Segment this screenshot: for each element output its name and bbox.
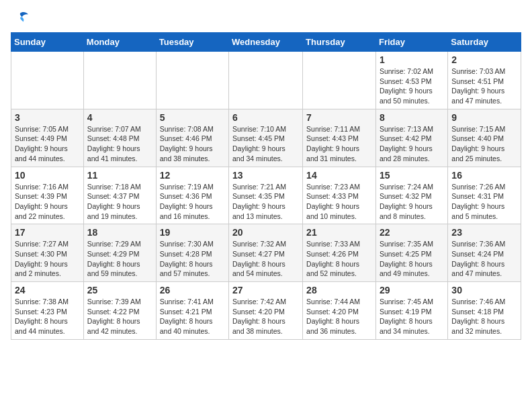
calendar-cell: 10Sunrise: 7:16 AM Sunset: 4:39 PM Dayli… bbox=[11, 167, 84, 224]
day-number: 15 bbox=[380, 170, 444, 181]
calendar-cell bbox=[11, 52, 84, 109]
day-info: Sunrise: 7:07 AM Sunset: 4:48 PM Dayligh… bbox=[87, 124, 152, 164]
day-info: Sunrise: 7:03 AM Sunset: 4:51 PM Dayligh… bbox=[451, 66, 517, 106]
day-number: 16 bbox=[451, 170, 517, 181]
calendar-week-row: 10Sunrise: 7:16 AM Sunset: 4:39 PM Dayli… bbox=[11, 167, 521, 224]
day-number: 8 bbox=[380, 112, 444, 123]
calendar-week-row: 24Sunrise: 7:38 AM Sunset: 4:23 PM Dayli… bbox=[11, 282, 521, 340]
calendar-cell: 29Sunrise: 7:45 AM Sunset: 4:19 PM Dayli… bbox=[375, 282, 447, 340]
header bbox=[11, 11, 521, 26]
calendar-cell: 19Sunrise: 7:30 AM Sunset: 4:28 PM Dayli… bbox=[156, 224, 228, 282]
day-info: Sunrise: 7:02 AM Sunset: 4:53 PM Dayligh… bbox=[380, 66, 444, 106]
calendar-week-row: 1Sunrise: 7:02 AM Sunset: 4:53 PM Daylig… bbox=[11, 52, 521, 109]
day-number: 11 bbox=[87, 170, 152, 181]
day-number: 28 bbox=[306, 285, 372, 295]
day-info: Sunrise: 7:23 AM Sunset: 4:33 PM Dayligh… bbox=[306, 182, 372, 222]
weekday-header: Saturday bbox=[448, 33, 521, 52]
day-number: 10 bbox=[15, 170, 80, 181]
day-number: 19 bbox=[160, 227, 225, 238]
calendar-cell: 1Sunrise: 7:02 AM Sunset: 4:53 PM Daylig… bbox=[375, 52, 447, 109]
day-number: 6 bbox=[232, 112, 299, 123]
day-info: Sunrise: 7:27 AM Sunset: 4:30 PM Dayligh… bbox=[15, 239, 80, 279]
day-number: 18 bbox=[87, 227, 152, 238]
weekday-header: Monday bbox=[83, 33, 156, 52]
weekday-header: Sunday bbox=[11, 33, 84, 52]
day-number: 14 bbox=[306, 170, 372, 181]
calendar-cell: 11Sunrise: 7:18 AM Sunset: 4:37 PM Dayli… bbox=[83, 167, 156, 224]
day-number: 27 bbox=[232, 285, 299, 295]
calendar-week-row: 3Sunrise: 7:05 AM Sunset: 4:49 PM Daylig… bbox=[11, 109, 521, 167]
calendar-cell: 14Sunrise: 7:23 AM Sunset: 4:33 PM Dayli… bbox=[303, 167, 376, 224]
calendar-cell: 5Sunrise: 7:08 AM Sunset: 4:46 PM Daylig… bbox=[156, 109, 228, 167]
day-info: Sunrise: 7:30 AM Sunset: 4:28 PM Dayligh… bbox=[160, 239, 225, 279]
day-number: 26 bbox=[160, 285, 225, 295]
day-number: 3 bbox=[15, 112, 80, 123]
day-info: Sunrise: 7:36 AM Sunset: 4:24 PM Dayligh… bbox=[451, 239, 517, 279]
day-info: Sunrise: 7:10 AM Sunset: 4:45 PM Dayligh… bbox=[232, 124, 299, 164]
calendar-cell: 30Sunrise: 7:46 AM Sunset: 4:18 PM Dayli… bbox=[448, 282, 521, 340]
weekday-header: Friday bbox=[375, 33, 447, 52]
day-number: 22 bbox=[380, 227, 444, 238]
day-info: Sunrise: 7:15 AM Sunset: 4:40 PM Dayligh… bbox=[451, 124, 517, 164]
calendar-cell: 17Sunrise: 7:27 AM Sunset: 4:30 PM Dayli… bbox=[11, 224, 84, 282]
calendar-cell: 13Sunrise: 7:21 AM Sunset: 4:35 PM Dayli… bbox=[229, 167, 303, 224]
day-info: Sunrise: 7:05 AM Sunset: 4:49 PM Dayligh… bbox=[15, 124, 80, 164]
day-info: Sunrise: 7:41 AM Sunset: 4:21 PM Dayligh… bbox=[160, 297, 225, 336]
calendar-cell: 25Sunrise: 7:39 AM Sunset: 4:22 PM Dayli… bbox=[83, 282, 156, 340]
day-number: 2 bbox=[451, 54, 517, 65]
day-number: 17 bbox=[15, 227, 80, 238]
day-number: 13 bbox=[232, 170, 299, 181]
day-info: Sunrise: 7:29 AM Sunset: 4:29 PM Dayligh… bbox=[87, 239, 152, 279]
calendar-cell: 12Sunrise: 7:19 AM Sunset: 4:36 PM Dayli… bbox=[156, 167, 228, 224]
calendar-cell bbox=[229, 52, 303, 109]
calendar-table: SundayMondayTuesdayWednesdayThursdayFrid… bbox=[11, 32, 521, 340]
logo bbox=[11, 11, 34, 26]
day-number: 21 bbox=[306, 227, 372, 238]
day-info: Sunrise: 7:46 AM Sunset: 4:18 PM Dayligh… bbox=[451, 297, 517, 336]
day-number: 9 bbox=[451, 112, 517, 123]
day-number: 25 bbox=[87, 285, 152, 295]
day-info: Sunrise: 7:08 AM Sunset: 4:46 PM Dayligh… bbox=[160, 124, 225, 164]
calendar-cell bbox=[303, 52, 376, 109]
day-number: 7 bbox=[306, 112, 372, 123]
calendar-cell: 24Sunrise: 7:38 AM Sunset: 4:23 PM Dayli… bbox=[11, 282, 84, 340]
day-number: 5 bbox=[160, 112, 225, 123]
day-info: Sunrise: 7:44 AM Sunset: 4:20 PM Dayligh… bbox=[306, 297, 372, 336]
day-number: 29 bbox=[380, 285, 444, 295]
day-info: Sunrise: 7:35 AM Sunset: 4:25 PM Dayligh… bbox=[380, 239, 444, 279]
day-number: 4 bbox=[87, 112, 152, 123]
calendar-cell: 4Sunrise: 7:07 AM Sunset: 4:48 PM Daylig… bbox=[83, 109, 156, 167]
calendar-cell: 21Sunrise: 7:33 AM Sunset: 4:26 PM Dayli… bbox=[303, 224, 376, 282]
day-info: Sunrise: 7:16 AM Sunset: 4:39 PM Dayligh… bbox=[15, 182, 80, 222]
day-number: 23 bbox=[451, 227, 517, 238]
calendar-cell: 28Sunrise: 7:44 AM Sunset: 4:20 PM Dayli… bbox=[303, 282, 376, 340]
calendar-cell bbox=[83, 52, 156, 109]
day-info: Sunrise: 7:11 AM Sunset: 4:43 PM Dayligh… bbox=[306, 124, 372, 164]
calendar-cell: 3Sunrise: 7:05 AM Sunset: 4:49 PM Daylig… bbox=[11, 109, 84, 167]
day-info: Sunrise: 7:45 AM Sunset: 4:19 PM Dayligh… bbox=[380, 297, 444, 336]
calendar-cell: 2Sunrise: 7:03 AM Sunset: 4:51 PM Daylig… bbox=[448, 52, 521, 109]
calendar-cell: 20Sunrise: 7:32 AM Sunset: 4:27 PM Dayli… bbox=[229, 224, 303, 282]
day-info: Sunrise: 7:38 AM Sunset: 4:23 PM Dayligh… bbox=[15, 297, 80, 336]
weekday-header: Tuesday bbox=[156, 33, 228, 52]
calendar-cell: 22Sunrise: 7:35 AM Sunset: 4:25 PM Dayli… bbox=[375, 224, 447, 282]
day-number: 12 bbox=[160, 170, 225, 181]
calendar-cell: 23Sunrise: 7:36 AM Sunset: 4:24 PM Dayli… bbox=[448, 224, 521, 282]
calendar-cell: 27Sunrise: 7:42 AM Sunset: 4:20 PM Dayli… bbox=[229, 282, 303, 340]
logo-bird-icon bbox=[11, 11, 30, 26]
calendar-cell: 26Sunrise: 7:41 AM Sunset: 4:21 PM Dayli… bbox=[156, 282, 228, 340]
day-info: Sunrise: 7:19 AM Sunset: 4:36 PM Dayligh… bbox=[160, 182, 225, 222]
calendar-cell: 18Sunrise: 7:29 AM Sunset: 4:29 PM Dayli… bbox=[83, 224, 156, 282]
weekday-header-row: SundayMondayTuesdayWednesdayThursdayFrid… bbox=[11, 33, 521, 52]
day-info: Sunrise: 7:33 AM Sunset: 4:26 PM Dayligh… bbox=[306, 239, 372, 279]
day-info: Sunrise: 7:13 AM Sunset: 4:42 PM Dayligh… bbox=[380, 124, 444, 164]
calendar-cell: 7Sunrise: 7:11 AM Sunset: 4:43 PM Daylig… bbox=[303, 109, 376, 167]
calendar-cell: 16Sunrise: 7:26 AM Sunset: 4:31 PM Dayli… bbox=[448, 167, 521, 224]
weekday-header: Thursday bbox=[303, 33, 376, 52]
day-number: 1 bbox=[380, 54, 444, 65]
day-info: Sunrise: 7:18 AM Sunset: 4:37 PM Dayligh… bbox=[87, 182, 152, 222]
day-info: Sunrise: 7:32 AM Sunset: 4:27 PM Dayligh… bbox=[232, 239, 299, 279]
day-info: Sunrise: 7:26 AM Sunset: 4:31 PM Dayligh… bbox=[451, 182, 517, 222]
day-info: Sunrise: 7:24 AM Sunset: 4:32 PM Dayligh… bbox=[380, 182, 444, 222]
day-number: 20 bbox=[232, 227, 299, 238]
